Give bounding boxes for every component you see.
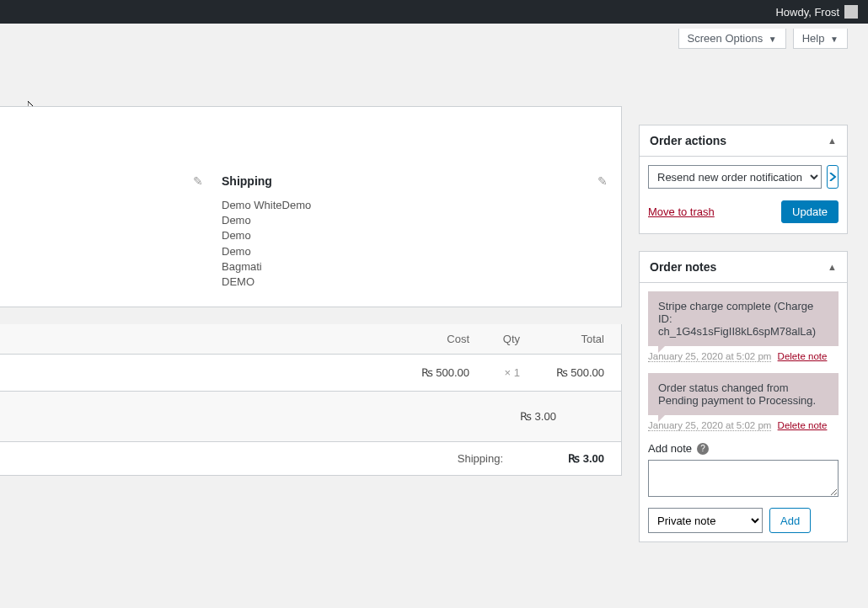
- admin-bar: Howdy, Frost: [0, 0, 868, 24]
- totals-row: Shipping: ₨ 3.00: [0, 442, 622, 476]
- item-row: ₨ 500.00 × 1 ₨ 500.00: [0, 355, 622, 392]
- note-meta: January 25, 2020 at 5:02 pm Delete note: [648, 351, 839, 361]
- avatar[interactable]: [844, 5, 858, 19]
- collapse-icon[interactable]: ▲: [828, 262, 837, 272]
- move-to-trash-link[interactable]: Move to trash: [648, 205, 715, 218]
- order-notes-panel: Order notes ▲ Stripe charge complete (Ch…: [639, 251, 848, 542]
- note-date: January 25, 2020 at 5:02 pm: [648, 351, 771, 362]
- collapse-icon[interactable]: ▲: [828, 136, 837, 146]
- totals-value: ₨ 3.00: [537, 452, 604, 465]
- shipping-line: Demo: [222, 228, 407, 243]
- shipping-line: DEMO: [222, 275, 407, 290]
- item-total: ₨ 500.00: [520, 366, 604, 379]
- shipping-address: Shipping Demo WhiteDemo Demo Demo Demo B…: [222, 174, 407, 290]
- update-button[interactable]: Update: [781, 200, 839, 223]
- shipping-line: Demo WhiteDemo: [222, 198, 407, 213]
- add-note-label: Add note ?: [648, 442, 839, 455]
- note-meta: January 25, 2020 at 5:02 pm Delete note: [648, 420, 839, 430]
- note-date: January 25, 2020 at 5:02 pm: [648, 420, 771, 431]
- order-note: Order status changed from Pending paymen…: [648, 373, 839, 415]
- chevron-right-icon: [828, 173, 837, 181]
- order-actions-title: Order actions: [650, 134, 726, 147]
- shipping-heading: Shipping: [222, 174, 407, 188]
- order-notes-title: Order notes: [650, 260, 716, 274]
- item-qty: × 1: [469, 366, 520, 379]
- order-details-panel: ✎ ✎ Shipping Demo WhiteDemo Demo Demo De…: [0, 106, 622, 307]
- top-buttons: Screen Options ▼ Help ▼: [0, 24, 868, 54]
- panel-header[interactable]: Order actions ▲: [640, 125, 847, 157]
- help-label: Help: [802, 32, 825, 45]
- col-qty-header: Qty: [469, 333, 520, 345]
- note-text: Order status changed from Pending paymen…: [658, 381, 816, 407]
- help-icon[interactable]: ?: [697, 443, 709, 455]
- greeting[interactable]: Howdy, Frost: [775, 6, 839, 19]
- apply-action-button[interactable]: [827, 165, 839, 189]
- items-header: Cost Qty Total: [0, 324, 622, 355]
- add-note-button[interactable]: Add: [769, 508, 811, 533]
- caret-down-icon: ▼: [830, 35, 839, 44]
- order-actions-panel: Order actions ▲ Resend new order notific…: [639, 125, 848, 234]
- shipping-line: Bagmati: [222, 259, 407, 275]
- help-button[interactable]: Help ▼: [793, 29, 848, 49]
- pencil-icon[interactable]: ✎: [193, 174, 203, 188]
- shipping-line: Demo: [222, 244, 407, 259]
- caret-down-icon: ▼: [769, 35, 777, 44]
- note-text: Stripe charge complete (Charge ID: ch_1G…: [658, 300, 816, 338]
- panel-header[interactable]: Order notes ▲: [640, 252, 847, 283]
- note-textarea[interactable]: [648, 460, 839, 497]
- delete-note-link[interactable]: Delete note: [778, 420, 828, 430]
- order-action-select[interactable]: Resend new order notification: [648, 165, 822, 189]
- col-total-header: Total: [520, 333, 604, 345]
- screen-options-button[interactable]: Screen Options ▼: [678, 29, 786, 49]
- note-type-select[interactable]: Private note: [648, 508, 763, 533]
- delete-note-link[interactable]: Delete note: [778, 351, 828, 361]
- order-note: Stripe charge complete (Charge ID: ch_1G…: [648, 291, 839, 346]
- screen-options-label: Screen Options: [688, 32, 764, 45]
- col-cost-header: Cost: [394, 333, 469, 345]
- shipping-total: ₨ 3.00: [520, 410, 604, 423]
- shipping-line: Demo: [222, 213, 407, 228]
- shipping-row: ₨ 3.00: [0, 392, 622, 442]
- item-cost: ₨ 500.00: [394, 366, 469, 379]
- totals-label: Shipping:: [458, 452, 503, 465]
- pencil-icon[interactable]: ✎: [597, 174, 608, 188]
